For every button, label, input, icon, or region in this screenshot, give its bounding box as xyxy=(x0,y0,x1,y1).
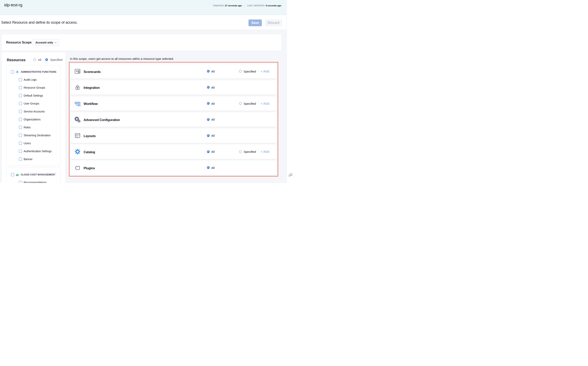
workflow-icon xyxy=(74,100,81,107)
resource-type-label: Plugins xyxy=(84,161,95,175)
resource-list-item: Roles xyxy=(7,126,61,129)
resource-type-row: Advanced Configuration All xyxy=(70,112,277,127)
save-button[interactable]: Save xyxy=(248,19,262,26)
resource-scope-select[interactable]: Account only xyxy=(33,39,59,46)
resources-all-label[interactable]: All xyxy=(38,58,41,61)
resource-list-item: Default Settings xyxy=(7,94,61,98)
item-checkbox[interactable] xyxy=(19,86,22,89)
ccm-card: $CLOUD COST MANAGEMENT Recommendations xyxy=(6,168,61,183)
row-all-radio[interactable] xyxy=(207,150,209,153)
page-title: idp-test-rg xyxy=(4,3,22,7)
item-label[interactable]: Service Accounts xyxy=(24,110,45,113)
item-checkbox[interactable] xyxy=(19,102,22,105)
scope-description: In this scope, users get access to all r… xyxy=(70,57,174,61)
resource-type-row: Layouts All xyxy=(70,128,277,143)
admin-functions-card: ADMINISTRATIVE FUNCTIONS Audit Logs Reso… xyxy=(6,65,61,166)
toolbar: Select Resource and define its scope of … xyxy=(0,15,286,30)
row-specified-radio[interactable] xyxy=(239,102,242,105)
resource-type-label: Layouts xyxy=(84,129,96,143)
updated-label: LAST UPDATED: xyxy=(247,4,265,7)
item-checkbox[interactable] xyxy=(19,78,22,81)
resource-list-item: Users xyxy=(7,142,61,145)
timestamps: CREATED: 27 seconds ago | LAST UPDATED: … xyxy=(213,4,281,7)
row-all-radio[interactable] xyxy=(207,70,209,73)
row-all-radio[interactable] xyxy=(207,118,209,121)
resource-scope-card: Resource Scope Account only xyxy=(2,34,281,51)
item-label[interactable]: Organizations xyxy=(24,118,40,121)
group-label: ADMINISTRATIVE FUNCTIONS xyxy=(21,70,56,73)
item-checkbox[interactable] xyxy=(19,150,22,153)
row-specified-radio[interactable] xyxy=(239,150,242,153)
resource-list-item: Banner xyxy=(7,158,61,161)
item-label[interactable]: Default Settings xyxy=(24,94,43,97)
item-label[interactable]: User Groups xyxy=(24,102,39,105)
row-all-label[interactable]: All xyxy=(211,134,215,137)
row-all-radio[interactable] xyxy=(207,86,209,89)
created-label: CREATED: xyxy=(213,4,224,7)
row-all-label[interactable]: All xyxy=(211,166,215,170)
resource-type-label: Advanced Configuration xyxy=(84,113,120,127)
resources-sidebar: Resources All Specified ADMINISTRATIVE F… xyxy=(2,52,65,183)
row-all-radio[interactable] xyxy=(207,166,209,169)
item-checkbox[interactable] xyxy=(19,181,22,183)
row-add-button[interactable]: + Add xyxy=(261,102,269,106)
item-label[interactable]: Authentication Settings xyxy=(24,150,52,153)
chat-bubbles-icon[interactable] xyxy=(288,173,293,177)
item-checkbox[interactable] xyxy=(19,158,22,161)
row-all-radio[interactable] xyxy=(207,134,209,137)
discard-button[interactable]: Discard xyxy=(265,19,282,26)
item-label[interactable]: Roles xyxy=(24,126,31,129)
row-all-label[interactable]: All xyxy=(211,102,215,106)
resource-type-label: Integration xyxy=(84,81,100,95)
resource-scope-value: Account only xyxy=(35,41,53,44)
created-value: 27 seconds ago xyxy=(225,4,242,7)
puzzle-icon xyxy=(74,165,81,171)
item-checkbox[interactable] xyxy=(19,110,22,113)
item-label[interactable]: Resource Groups xyxy=(24,86,45,89)
item-label[interactable]: Audit Logs xyxy=(24,78,37,81)
resource-type-row: Workflow All Specified + Add xyxy=(70,96,277,111)
top-banner: idp-test-rg CREATED: 27 seconds ago | LA… xyxy=(0,0,286,15)
row-specified-label[interactable]: Specified xyxy=(244,70,256,73)
gear-blue-icon xyxy=(74,148,81,155)
resource-type-row: Plugins All xyxy=(70,160,277,175)
item-checkbox[interactable] xyxy=(19,118,22,121)
item-label[interactable]: Users xyxy=(24,142,31,145)
resources-specified-label[interactable]: Specified xyxy=(50,58,62,61)
resource-type-label: Workflow xyxy=(84,97,98,111)
resource-type-row: Scorecards All Specified + Add xyxy=(70,64,277,79)
lock-icon xyxy=(74,84,81,91)
layout-icon xyxy=(74,132,81,139)
row-all-label[interactable]: All xyxy=(211,150,215,154)
resources-specified-radio[interactable] xyxy=(45,58,48,61)
group-checkbox[interactable] xyxy=(11,70,14,74)
item-label[interactable]: Recommendations xyxy=(24,181,46,183)
item-checkbox[interactable] xyxy=(19,94,22,97)
row-specified-radio[interactable] xyxy=(239,70,242,73)
row-all-label[interactable]: All xyxy=(211,86,215,89)
row-specified-label[interactable]: Specified xyxy=(244,150,256,154)
item-checkbox[interactable] xyxy=(19,134,22,137)
row-all-label[interactable]: All xyxy=(211,118,215,122)
row-specified-label[interactable]: Specified xyxy=(244,102,256,106)
group-checkbox[interactable] xyxy=(11,173,14,176)
cloud-dollar-icon: $ xyxy=(16,174,19,176)
row-all-label[interactable]: All xyxy=(211,70,215,73)
item-label[interactable]: Banner xyxy=(24,158,33,161)
right-gutter xyxy=(286,0,294,183)
page-subtitle: Select Resource and define its scope of … xyxy=(1,15,77,30)
resource-group-header: $CLOUD COST MANAGEMENT xyxy=(7,173,61,176)
group-label: CLOUD COST MANAGEMENT xyxy=(21,173,55,176)
row-add-button[interactable]: + Add xyxy=(261,150,269,154)
updated-value: 4 seconds ago xyxy=(266,4,281,7)
resource-type-label: Scorecards xyxy=(84,65,101,79)
item-checkbox[interactable] xyxy=(19,142,22,145)
resources-all-radio[interactable] xyxy=(33,58,36,61)
row-add-button[interactable]: + Add xyxy=(261,70,269,73)
item-checkbox[interactable] xyxy=(19,126,22,129)
gears-icon xyxy=(74,116,81,123)
resource-list-item: User Groups xyxy=(7,102,61,106)
row-all-radio[interactable] xyxy=(207,102,209,105)
item-label[interactable]: Streaming Destination xyxy=(24,134,51,137)
resource-list-item: Resource Groups xyxy=(7,86,61,90)
